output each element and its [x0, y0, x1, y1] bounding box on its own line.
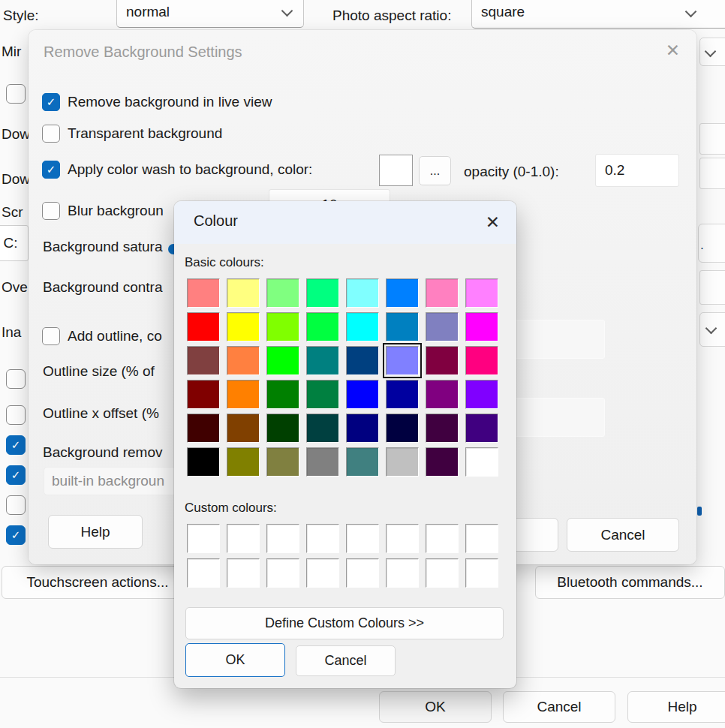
colour-swatch[interactable] [386, 380, 419, 409]
define-custom-colours-button[interactable]: Define Custom Colours >> [185, 607, 504, 639]
colour-swatch[interactable] [306, 278, 339, 308]
clipped-checkbox[interactable] [6, 495, 26, 515]
colour-swatch[interactable] [266, 558, 299, 588]
checkbox[interactable]: ✓ [42, 161, 60, 179]
colour-swatch[interactable] [346, 558, 379, 588]
colour-swatch[interactable] [227, 312, 260, 341]
close-icon[interactable]: ✕ [666, 42, 680, 59]
colour-swatch[interactable] [386, 447, 419, 477]
colour-swatch[interactable] [187, 346, 220, 375]
colour-swatch[interactable] [187, 558, 220, 588]
colour-swatch[interactable] [426, 380, 459, 409]
colour-ok-button[interactable]: OK [185, 643, 285, 677]
colour-swatch[interactable] [386, 414, 419, 443]
colour-swatch[interactable] [465, 346, 498, 375]
colour-swatch[interactable] [266, 380, 299, 409]
clipped-field[interactable] [699, 123, 725, 155]
colour-swatch[interactable] [227, 346, 260, 375]
colour-swatch[interactable] [266, 312, 299, 341]
colour-swatch[interactable] [346, 346, 379, 375]
clipped-checkbox[interactable] [6, 369, 26, 389]
main-ok-button[interactable]: OK [379, 691, 492, 723]
clipped-checkbox[interactable]: ✓ [6, 465, 26, 485]
checkbox[interactable] [42, 202, 60, 220]
checkbox[interactable] [42, 327, 60, 345]
clipped-checkbox[interactable] [6, 84, 26, 104]
settings-help-button[interactable]: Help [48, 515, 143, 549]
colour-swatch[interactable] [426, 558, 459, 588]
colour-cancel-button[interactable]: Cancel [296, 645, 396, 676]
aspect-ratio-dropdown[interactable]: square [471, 0, 725, 29]
colour-swatch[interactable] [306, 414, 339, 443]
colour-swatch[interactable] [426, 524, 459, 553]
clipped-path-field[interactable]: C: [0, 225, 29, 261]
checkbox[interactable]: ✓ [42, 93, 60, 111]
bluetooth-commands-button[interactable]: Bluetooth commands... [535, 566, 725, 599]
clipped-checkbox[interactable]: ✓ [6, 525, 26, 545]
colour-swatch[interactable] [266, 414, 299, 443]
colour-swatch[interactable] [426, 447, 459, 477]
colour-swatch[interactable] [465, 278, 498, 308]
clipped-checkbox[interactable]: ✓ [6, 435, 26, 455]
colour-swatch[interactable] [465, 414, 498, 443]
colour-swatch[interactable] [346, 414, 379, 443]
clipped-dropdown[interactable] [699, 312, 725, 347]
colour-swatch[interactable] [386, 278, 419, 308]
colour-swatch[interactable] [346, 312, 379, 341]
colour-swatch[interactable] [306, 524, 339, 553]
clipped-checkbox[interactable] [6, 405, 26, 425]
colour-swatch[interactable] [306, 346, 339, 375]
colour-swatch[interactable] [465, 447, 498, 477]
colour-swatch[interactable] [386, 312, 419, 341]
colour-swatch[interactable] [187, 312, 220, 341]
colour-swatch[interactable] [187, 278, 220, 308]
colour-swatch[interactable] [227, 558, 260, 588]
colour-swatch[interactable] [306, 312, 339, 341]
colour-swatch[interactable] [266, 278, 299, 308]
colour-swatch[interactable] [266, 447, 299, 477]
colour-swatch[interactable] [386, 558, 419, 588]
wash-color-swatch[interactable] [379, 155, 413, 186]
clipped-field[interactable] [699, 158, 725, 189]
clipped-dropdown[interactable] [699, 38, 725, 66]
browse-color-button[interactable]: ... [419, 156, 451, 185]
colour-swatch[interactable] [465, 380, 498, 409]
close-icon[interactable]: ✕ [486, 214, 500, 231]
colour-swatch[interactable] [465, 524, 498, 553]
colour-swatch[interactable] [426, 346, 459, 375]
colour-swatch[interactable] [426, 278, 459, 308]
colour-swatch[interactable] [306, 558, 339, 588]
main-help-button[interactable]: Help [627, 691, 725, 723]
touchscreen-actions-button[interactable]: Touchscreen actions... [2, 566, 194, 599]
colour-swatch[interactable] [227, 278, 260, 308]
colour-swatch[interactable] [426, 312, 459, 341]
colour-swatch[interactable] [306, 447, 339, 477]
settings-cancel-button[interactable]: Cancel [567, 518, 679, 552]
colour-swatch[interactable] [227, 380, 260, 409]
checkbox[interactable] [42, 125, 60, 143]
colour-swatch[interactable] [346, 524, 379, 553]
colour-dialog-titlebar[interactable]: Colour ✕ [174, 201, 516, 244]
style-dropdown[interactable]: normal [116, 0, 304, 28]
main-cancel-button[interactable]: Cancel [503, 691, 615, 723]
colour-swatch[interactable] [227, 414, 260, 443]
colour-swatch[interactable] [426, 414, 459, 443]
colour-swatch[interactable] [386, 524, 419, 553]
colour-swatch[interactable] [465, 558, 498, 588]
colour-swatch[interactable] [306, 380, 339, 409]
colour-swatch[interactable] [187, 447, 220, 477]
clipped-browse-button[interactable]: . [698, 224, 725, 263]
colour-swatch[interactable] [187, 414, 220, 443]
colour-swatch[interactable] [386, 346, 419, 375]
colour-swatch[interactable] [187, 380, 220, 409]
colour-swatch[interactable] [465, 312, 498, 341]
colour-swatch[interactable] [227, 447, 260, 477]
colour-swatch[interactable] [227, 524, 260, 553]
colour-swatch[interactable] [346, 278, 379, 308]
colour-swatch[interactable] [266, 346, 299, 375]
colour-swatch[interactable] [346, 447, 379, 477]
colour-swatch[interactable] [346, 380, 379, 409]
opacity-input[interactable] [595, 154, 679, 187]
colour-swatch[interactable] [187, 524, 220, 553]
clipped-field[interactable] [699, 270, 725, 305]
